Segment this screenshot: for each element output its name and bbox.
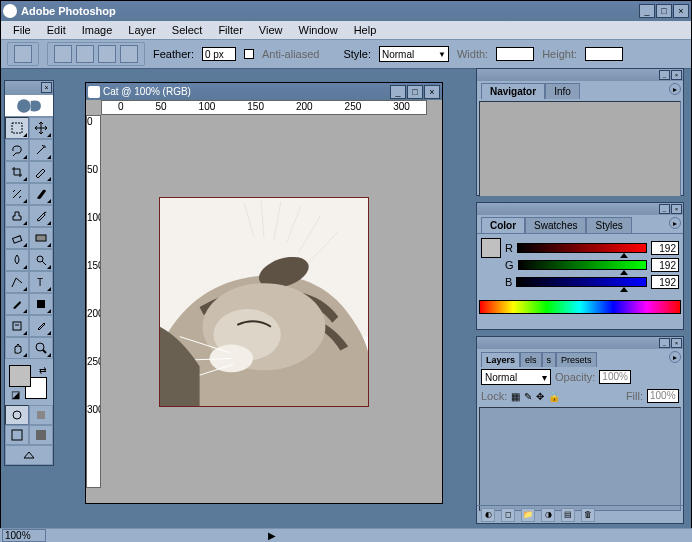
- doc-minimize[interactable]: _: [390, 85, 406, 99]
- tool-history[interactable]: [29, 205, 53, 227]
- minimize-button[interactable]: _: [639, 4, 655, 18]
- slider-R[interactable]: [517, 243, 647, 253]
- status-flyout-icon[interactable]: ▶: [268, 530, 276, 541]
- value-B[interactable]: [651, 275, 679, 289]
- image-cat[interactable]: [159, 197, 369, 407]
- tool-gradient[interactable]: [29, 227, 53, 249]
- tab-paths[interactable]: s: [542, 352, 557, 367]
- menu-window[interactable]: Window: [291, 22, 346, 38]
- tool-pen[interactable]: [5, 293, 29, 315]
- fill-value[interactable]: 100%: [647, 389, 679, 403]
- tool-type[interactable]: T: [29, 271, 53, 293]
- nav-close[interactable]: ×: [671, 70, 682, 80]
- canvas-area[interactable]: [101, 115, 427, 488]
- tool-path[interactable]: [5, 271, 29, 293]
- quickmask-mode-button[interactable]: [29, 405, 53, 425]
- tool-wand[interactable]: [29, 139, 53, 161]
- doc-close[interactable]: ×: [424, 85, 440, 99]
- color-minimize[interactable]: _: [659, 204, 670, 214]
- nav-minimize[interactable]: _: [659, 70, 670, 80]
- selmode-sub[interactable]: [98, 45, 116, 63]
- tab-info[interactable]: Info: [545, 83, 580, 99]
- slider-B[interactable]: [516, 277, 647, 287]
- layer-list[interactable]: [479, 407, 681, 511]
- tool-dodge[interactable]: [29, 249, 53, 271]
- selmode-int[interactable]: [120, 45, 138, 63]
- tool-brush[interactable]: [29, 183, 53, 205]
- close-button[interactable]: ×: [673, 4, 689, 18]
- color-current-swatch[interactable]: [481, 238, 501, 258]
- tool-stamp[interactable]: [5, 205, 29, 227]
- layer-set-icon[interactable]: 📁: [521, 508, 535, 522]
- tool-lasso[interactable]: [5, 139, 29, 161]
- doc-maximize[interactable]: □: [407, 85, 423, 99]
- slider-G[interactable]: [518, 260, 647, 270]
- tab-channels[interactable]: els: [520, 352, 542, 367]
- blend-mode-dropdown[interactable]: Normal: [481, 369, 551, 385]
- new-layer-icon[interactable]: ▤: [561, 508, 575, 522]
- lock-transparent-icon[interactable]: ▦: [511, 391, 520, 402]
- tab-presets[interactable]: Presets: [556, 352, 597, 367]
- menu-layer[interactable]: Layer: [120, 22, 164, 38]
- zoom-field[interactable]: 100%: [2, 529, 46, 542]
- selmode-add[interactable]: [76, 45, 94, 63]
- tool-zoom[interactable]: [29, 337, 53, 359]
- tab-layers[interactable]: Layers: [481, 352, 520, 367]
- screen-mode-2[interactable]: [29, 425, 53, 445]
- standard-mode-button[interactable]: [5, 405, 29, 425]
- selmode-new[interactable]: [54, 45, 72, 63]
- menu-file[interactable]: File: [5, 22, 39, 38]
- tool-crop[interactable]: [5, 161, 29, 183]
- menu-edit[interactable]: Edit: [39, 22, 74, 38]
- layer-style-icon[interactable]: ◐: [481, 508, 495, 522]
- tool-notes[interactable]: [5, 315, 29, 337]
- tab-styles[interactable]: Styles: [586, 217, 631, 233]
- tool-eyedrop[interactable]: [29, 315, 53, 337]
- value-G[interactable]: [651, 258, 679, 272]
- tool-heal[interactable]: [5, 183, 29, 205]
- ruler-vertical[interactable]: 050100150200250300: [86, 115, 101, 488]
- screen-mode-3[interactable]: [5, 445, 53, 465]
- fg-color-swatch[interactable]: [9, 365, 31, 387]
- lock-paint-icon[interactable]: ✎: [524, 391, 532, 402]
- value-R[interactable]: [651, 241, 679, 255]
- opacity-value[interactable]: 100%: [599, 370, 631, 384]
- feather-input[interactable]: [202, 47, 236, 61]
- adjustment-layer-icon[interactable]: ◑: [541, 508, 555, 522]
- layers-minimize[interactable]: _: [659, 338, 670, 348]
- ruler-horizontal[interactable]: 050100150200250300: [101, 100, 427, 115]
- menu-view[interactable]: View: [251, 22, 291, 38]
- tool-shape[interactable]: [29, 293, 53, 315]
- layer-mask-icon[interactable]: ◻: [501, 508, 515, 522]
- color-close[interactable]: ×: [671, 204, 682, 214]
- layers-close[interactable]: ×: [671, 338, 682, 348]
- menu-image[interactable]: Image: [74, 22, 121, 38]
- menu-help[interactable]: Help: [346, 22, 385, 38]
- color-spectrum[interactable]: [479, 300, 681, 314]
- nav-flyout[interactable]: ▸: [669, 83, 681, 95]
- swap-colors-icon[interactable]: ⇄: [39, 365, 47, 375]
- tab-navigator[interactable]: Navigator: [481, 83, 545, 99]
- maximize-button[interactable]: □: [656, 4, 672, 18]
- tool-marquee[interactable]: [5, 117, 29, 139]
- screen-mode-1[interactable]: [5, 425, 29, 445]
- layers-flyout[interactable]: ▸: [669, 351, 681, 363]
- tool-blur[interactable]: [5, 249, 29, 271]
- antialias-checkbox[interactable]: [244, 49, 254, 59]
- tool-hand[interactable]: [5, 337, 29, 359]
- lock-move-icon[interactable]: ✥: [536, 391, 544, 402]
- lock-all-icon[interactable]: 🔒: [548, 391, 560, 402]
- tool-move[interactable]: [29, 117, 53, 139]
- color-flyout[interactable]: ▸: [669, 217, 681, 229]
- tab-color[interactable]: Color: [481, 217, 525, 233]
- tab-swatches[interactable]: Swatches: [525, 217, 586, 233]
- style-dropdown[interactable]: Normal: [379, 46, 449, 62]
- nav-preview[interactable]: [479, 101, 681, 197]
- default-colors-icon[interactable]: ◪: [11, 389, 21, 399]
- menu-filter[interactable]: Filter: [210, 22, 250, 38]
- menu-select[interactable]: Select: [164, 22, 211, 38]
- tool-slice[interactable]: [29, 161, 53, 183]
- tool-eraser[interactable]: [5, 227, 29, 249]
- toolbox-close[interactable]: ×: [41, 82, 52, 93]
- delete-layer-icon[interactable]: 🗑: [581, 508, 595, 522]
